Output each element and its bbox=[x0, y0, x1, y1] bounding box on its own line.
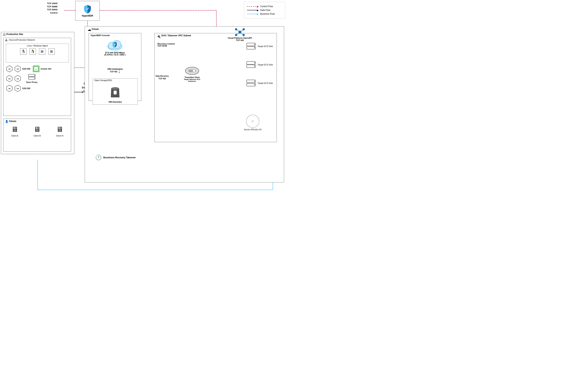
obs-init-arrow bbox=[118, 70, 120, 73]
client-b: 🖥 Client B bbox=[34, 125, 41, 137]
control-flow-line bbox=[247, 6, 258, 7]
target-ecs-2: Target ECS Disk bbox=[246, 61, 273, 68]
svg-line-81 bbox=[236, 29, 240, 32]
svg-point-64 bbox=[254, 44, 255, 45]
target-ecs-3: Target ECS Disk bbox=[246, 80, 273, 87]
obs-title: Object Storage(OBS) bbox=[94, 79, 112, 82]
transition-sublabel: Target takeover ECSInstances bbox=[184, 78, 200, 82]
legend-control-flow: Control Flow bbox=[247, 5, 282, 8]
disk-icon-3 bbox=[246, 80, 256, 87]
svg-point-65 bbox=[254, 47, 255, 48]
client-n-label: Client N bbox=[56, 135, 63, 137]
svg-text:VM: VM bbox=[8, 78, 10, 80]
production-site-title: Production Site bbox=[6, 33, 23, 36]
svg-point-68 bbox=[254, 62, 255, 63]
obs-bucket-label: OBS Bucket(s) bbox=[93, 101, 138, 103]
source-network-icon: 🖧 bbox=[5, 39, 8, 42]
vm-hex-6: VM bbox=[14, 85, 21, 92]
cloud-openapi-area: Cloud Platform OpenAPITCP 443 bbox=[228, 27, 252, 41]
vm-hex-2: VM bbox=[14, 65, 21, 72]
cloud-openapi-label: Cloud Platform OpenAPITCP 443 bbox=[228, 37, 252, 41]
svg-text:vC: vC bbox=[35, 68, 37, 70]
svg-line-80 bbox=[240, 32, 244, 35]
disk-icon-1 bbox=[246, 43, 256, 50]
obs-init-area: OBS Initialization TCP 443 bbox=[92, 68, 139, 73]
tcp-30080: TCP 30080 bbox=[47, 5, 57, 8]
production-site-icon: 🏢 bbox=[3, 33, 6, 36]
transition-host-area: Transition Host Target takeover ECSInsta… bbox=[184, 66, 200, 82]
svg-rect-63 bbox=[247, 46, 255, 49]
elastic-ip-label: Elastic IP(Public IP) bbox=[244, 129, 262, 131]
legend-data-flow: Data Flow bbox=[247, 9, 282, 11]
ip-text: IP bbox=[252, 120, 254, 122]
data-flow-label: Data Flow bbox=[260, 9, 270, 11]
vm-hex-5: VM bbox=[6, 85, 13, 92]
data-recovery-area: Data RecoveryTCP 443 bbox=[154, 75, 171, 80]
disk-icon-2 bbox=[246, 61, 256, 68]
svg-point-57 bbox=[111, 87, 119, 90]
control-label: Control bbox=[47, 11, 57, 14]
svg-rect-58 bbox=[114, 91, 117, 94]
vcenter-icon: vC bbox=[33, 66, 39, 72]
target-ecs-1: Target ECS Disk bbox=[246, 43, 273, 50]
target-ecs-label-2: Target ECS Disk bbox=[258, 64, 273, 66]
console-title: HyperBDR Console bbox=[91, 34, 110, 37]
svg-line-79 bbox=[236, 32, 240, 35]
source-network-box: (Source)Production Network 🖧 Linux / Win… bbox=[3, 38, 71, 116]
data-flow-arrow bbox=[257, 10, 258, 11]
production-site-box: 🏢 Production Site (Source)Production Net… bbox=[1, 32, 74, 154]
svg-point-73 bbox=[254, 84, 255, 85]
monitor-icon-n: 🖥 bbox=[56, 125, 63, 133]
svg-rect-71 bbox=[247, 83, 255, 86]
tcp-30443: TCP 30443 bbox=[47, 8, 57, 11]
svg-line-82 bbox=[240, 29, 244, 32]
tcp-10443: TCP 10443 bbox=[47, 2, 57, 5]
svg-point-46 bbox=[34, 75, 35, 76]
recovery-control-area: Recovery Control TCP 10729 bbox=[157, 43, 175, 47]
target-ecs-items: Target ECS Disk Target ECS Disk bbox=[246, 43, 273, 87]
vm-row-2: VM VM Sync Proxy bbox=[6, 74, 69, 83]
monitor-icon-a: 🖥 bbox=[11, 125, 18, 133]
clients-icons: 🖥 Client A 🖥 Client B 🖥 Client N bbox=[3, 125, 71, 137]
console-box: HyperBDR Console ECS with EIP(5 Mbps) (8… bbox=[89, 33, 141, 101]
target-ecs-label-1: Target ECS Disk bbox=[258, 45, 273, 47]
control-flow-label: Control Flow bbox=[260, 5, 273, 8]
sync-proxy-server-icon: Sync Proxy bbox=[26, 74, 38, 83]
hyperbdr-box: HyperBDR bbox=[75, 1, 100, 21]
windows-icon-1: ⊞ bbox=[39, 48, 45, 55]
data-recovery-label: Data RecoveryTCP 443 bbox=[156, 75, 169, 80]
linux-icon-2: 🐧 bbox=[30, 48, 36, 55]
legend-box: Control Flow Data Flow Business Flow bbox=[244, 2, 285, 18]
ecs-label: ECS with EIP(5 Mbps) (8 vCPUs / 16 G / 2… bbox=[104, 52, 126, 56]
client-b-label: Client B bbox=[34, 135, 41, 137]
linux-icon-1: 🐧 bbox=[20, 48, 27, 55]
ecs-cloud-area: ECS with EIP(5 Mbps) (8 vCPUs / 16 G / 2… bbox=[104, 39, 126, 56]
drill-title: Drill / Takeover VPC Subnet bbox=[161, 34, 191, 37]
recovery-control-label: Recovery Control bbox=[157, 43, 175, 45]
ecs-eip-label: ECS with EIP(5 Mbps) bbox=[105, 52, 125, 54]
target-ecs-label-3: Target ECS Disk bbox=[258, 82, 273, 84]
vm-row-3: VM VM ESXi 902 bbox=[6, 85, 69, 92]
windows-icon-2: ⊞ bbox=[48, 48, 55, 55]
svg-point-47 bbox=[34, 78, 35, 79]
agent-title: Linux / Windows Agent bbox=[27, 44, 48, 47]
cloud-icon: ☁ bbox=[88, 27, 91, 32]
svg-text:VM: VM bbox=[17, 88, 19, 89]
agent-box: Linux / Windows Agent 🐧 🐧 ⊞ ⊞ bbox=[6, 44, 69, 62]
esxi-label-2: ESXi 902 bbox=[22, 87, 30, 89]
svg-rect-70 bbox=[247, 80, 255, 83]
server-icon bbox=[28, 74, 36, 81]
obs-init-label: OBS Initialization TCP 443 bbox=[92, 68, 139, 73]
business-flow-arrow bbox=[257, 13, 258, 15]
svg-marker-56 bbox=[119, 72, 120, 73]
clock-icon: 🕐 bbox=[95, 154, 102, 161]
transition-host-label: Transition Host bbox=[184, 76, 200, 78]
vm-row-1: VM VM ESXi 902 vC vCenter 443 bbox=[6, 65, 69, 72]
diagram-container: Control Flow Data Flow Business Flow TCP… bbox=[0, 0, 289, 196]
business-recovery-label: Bussiness Recovery Takeover bbox=[103, 156, 136, 159]
ecs-spec-label: (8 vCPUs / 16 G / 200G ) bbox=[104, 54, 126, 56]
vm-hex-3: VM bbox=[6, 75, 13, 82]
elastic-ip-area: IP Elastic IP(Public IP) bbox=[244, 115, 262, 131]
clients-title: Clients bbox=[9, 120, 16, 123]
svg-rect-66 bbox=[247, 61, 255, 64]
